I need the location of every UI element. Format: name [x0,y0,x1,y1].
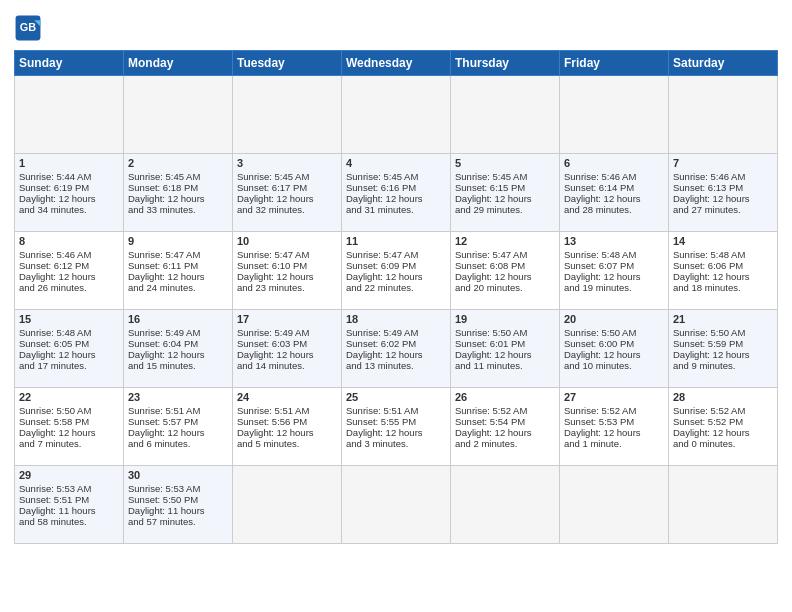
day-number: 9 [128,235,228,247]
day-number: 2 [128,157,228,169]
calendar-cell: 14Sunrise: 5:48 AMSunset: 6:06 PMDayligh… [669,232,778,310]
day-info: Sunset: 5:57 PM [128,416,228,427]
day-info: Sunrise: 5:50 AM [673,327,773,338]
day-info: Sunrise: 5:53 AM [128,483,228,494]
day-info: Sunrise: 5:48 AM [673,249,773,260]
day-number: 24 [237,391,337,403]
day-info: Daylight: 12 hours [673,349,773,360]
day-info: and 1 minute. [564,438,664,449]
day-number: 17 [237,313,337,325]
day-info: Sunrise: 5:45 AM [455,171,555,182]
calendar-cell [669,76,778,154]
day-info: Sunset: 5:59 PM [673,338,773,349]
day-info: Sunrise: 5:45 AM [346,171,446,182]
calendar-cell: 26Sunrise: 5:52 AMSunset: 5:54 PMDayligh… [451,388,560,466]
day-info: Sunset: 5:54 PM [455,416,555,427]
calendar-cell [669,466,778,544]
day-info: Sunset: 6:06 PM [673,260,773,271]
day-info: Daylight: 12 hours [564,271,664,282]
day-info: and 19 minutes. [564,282,664,293]
day-info: and 14 minutes. [237,360,337,371]
calendar-cell: 2Sunrise: 5:45 AMSunset: 6:18 PMDaylight… [124,154,233,232]
calendar-cell: 8Sunrise: 5:46 AMSunset: 6:12 PMDaylight… [15,232,124,310]
day-info: Sunset: 5:53 PM [564,416,664,427]
calendar-cell: 29Sunrise: 5:53 AMSunset: 5:51 PMDayligh… [15,466,124,544]
calendar-cell: 16Sunrise: 5:49 AMSunset: 6:04 PMDayligh… [124,310,233,388]
day-number: 27 [564,391,664,403]
calendar-cell: 19Sunrise: 5:50 AMSunset: 6:01 PMDayligh… [451,310,560,388]
day-info: Sunset: 6:16 PM [346,182,446,193]
calendar-cell: 24Sunrise: 5:51 AMSunset: 5:56 PMDayligh… [233,388,342,466]
day-info: and 7 minutes. [19,438,119,449]
day-number: 28 [673,391,773,403]
day-info: and 31 minutes. [346,204,446,215]
day-info: Sunset: 6:13 PM [673,182,773,193]
day-info: and 13 minutes. [346,360,446,371]
day-info: Daylight: 12 hours [564,427,664,438]
day-number: 11 [346,235,446,247]
day-info: Sunset: 6:02 PM [346,338,446,349]
day-number: 18 [346,313,446,325]
day-info: Daylight: 12 hours [19,349,119,360]
svg-text:GB: GB [20,21,36,33]
day-number: 13 [564,235,664,247]
day-number: 10 [237,235,337,247]
day-number: 3 [237,157,337,169]
day-number: 1 [19,157,119,169]
day-info: Sunrise: 5:52 AM [673,405,773,416]
calendar-cell: 30Sunrise: 5:53 AMSunset: 5:50 PMDayligh… [124,466,233,544]
calendar-cell: 25Sunrise: 5:51 AMSunset: 5:55 PMDayligh… [342,388,451,466]
day-info: Daylight: 12 hours [128,271,228,282]
day-info: Daylight: 12 hours [237,271,337,282]
day-info: Sunrise: 5:46 AM [673,171,773,182]
day-info: Sunrise: 5:49 AM [346,327,446,338]
day-info: Daylight: 12 hours [564,349,664,360]
day-number: 16 [128,313,228,325]
calendar-cell [124,76,233,154]
calendar-cell: 12Sunrise: 5:47 AMSunset: 6:08 PMDayligh… [451,232,560,310]
day-info: Daylight: 12 hours [237,349,337,360]
day-info: Sunrise: 5:51 AM [237,405,337,416]
day-info: Sunset: 6:04 PM [128,338,228,349]
day-info: Daylight: 12 hours [346,349,446,360]
calendar-cell: 22Sunrise: 5:50 AMSunset: 5:58 PMDayligh… [15,388,124,466]
day-info: Sunrise: 5:45 AM [237,171,337,182]
calendar-cell: 3Sunrise: 5:45 AMSunset: 6:17 PMDaylight… [233,154,342,232]
day-info: and 23 minutes. [237,282,337,293]
day-info: Daylight: 12 hours [19,271,119,282]
day-info: Sunset: 6:00 PM [564,338,664,349]
day-number: 26 [455,391,555,403]
calendar-cell: 1Sunrise: 5:44 AMSunset: 6:19 PMDaylight… [15,154,124,232]
day-info: Daylight: 12 hours [128,349,228,360]
day-info: Sunset: 6:03 PM [237,338,337,349]
day-info: and 20 minutes. [455,282,555,293]
day-info: and 3 minutes. [346,438,446,449]
day-info: and 32 minutes. [237,204,337,215]
day-number: 22 [19,391,119,403]
day-info: Sunset: 5:55 PM [346,416,446,427]
day-info: and 33 minutes. [128,204,228,215]
calendar-cell: 6Sunrise: 5:46 AMSunset: 6:14 PMDaylight… [560,154,669,232]
weekday-header-friday: Friday [560,51,669,76]
day-info: Sunrise: 5:47 AM [237,249,337,260]
day-info: Sunrise: 5:50 AM [455,327,555,338]
weekday-header-thursday: Thursday [451,51,560,76]
day-info: Sunrise: 5:47 AM [455,249,555,260]
calendar-cell [560,76,669,154]
day-info: Sunset: 6:05 PM [19,338,119,349]
weekday-header-sunday: Sunday [15,51,124,76]
calendar-cell: 27Sunrise: 5:52 AMSunset: 5:53 PMDayligh… [560,388,669,466]
day-info: Daylight: 12 hours [19,193,119,204]
calendar-cell: 15Sunrise: 5:48 AMSunset: 6:05 PMDayligh… [15,310,124,388]
day-info: and 6 minutes. [128,438,228,449]
day-info: Sunrise: 5:46 AM [19,249,119,260]
day-number: 7 [673,157,773,169]
day-info: Sunrise: 5:46 AM [564,171,664,182]
day-info: Sunrise: 5:51 AM [346,405,446,416]
weekday-header-tuesday: Tuesday [233,51,342,76]
weekday-header-monday: Monday [124,51,233,76]
calendar-cell: 4Sunrise: 5:45 AMSunset: 6:16 PMDaylight… [342,154,451,232]
day-info: Sunset: 6:10 PM [237,260,337,271]
day-info: Sunrise: 5:50 AM [19,405,119,416]
day-info: Sunrise: 5:52 AM [564,405,664,416]
